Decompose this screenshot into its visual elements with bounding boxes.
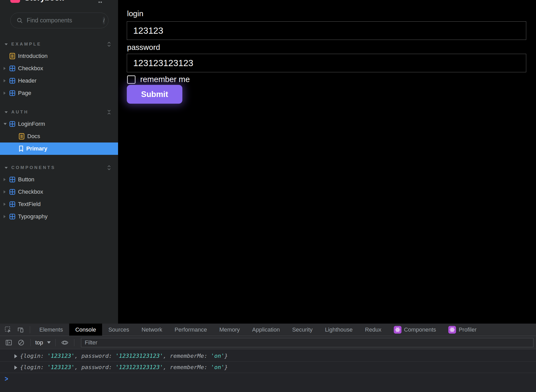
console-log-row[interactable]: {login: '123123', password: '12312312312… <box>0 350 536 362</box>
sidebar-item-primary-selected[interactable]: Primary <box>0 142 118 155</box>
component-icon <box>9 90 15 96</box>
collapse-all-icon[interactable] <box>107 109 111 115</box>
chevron-right-icon <box>4 190 6 193</box>
section-caret-icon <box>5 43 8 45</box>
sidebar-item-checkbox-example[interactable]: Checkbox <box>0 62 118 75</box>
log-object-preview: {login: '123123', password: '12312312312… <box>20 364 228 370</box>
context-selector[interactable]: top <box>34 339 52 346</box>
search-shortcut-badge: / <box>103 17 105 24</box>
tab-security[interactable]: Security <box>286 324 319 336</box>
remember-me-label: remember me <box>140 75 190 84</box>
expand-all-icon[interactable] <box>107 41 111 47</box>
expand-all-icon[interactable] <box>107 165 111 171</box>
console-prompt[interactable]: > <box>0 373 536 385</box>
tab-react-profiler[interactable]: Profiler <box>442 324 483 336</box>
storybook-logo-text: Storybook <box>24 0 64 3</box>
section-header-auth[interactable]: AUTH <box>0 106 118 118</box>
component-icon <box>9 78 15 84</box>
chevron-right-icon <box>4 67 6 70</box>
tab-redux[interactable]: Redux <box>359 324 388 336</box>
submit-button[interactable]: Submit <box>127 85 182 104</box>
search-input[interactable] <box>27 17 103 24</box>
tab-network[interactable]: Network <box>135 324 168 336</box>
console-log-row[interactable]: {login: '123123', password: '12312312312… <box>0 362 536 373</box>
console-filter-input[interactable] <box>81 338 533 347</box>
devtools-tabbar: Elements Console Sources Network Perform… <box>0 324 536 336</box>
chevron-right-icon <box>4 178 6 181</box>
component-icon <box>9 213 15 220</box>
component-icon <box>9 201 15 207</box>
tab-performance[interactable]: Performance <box>168 324 213 336</box>
expand-triangle-icon[interactable] <box>14 366 17 370</box>
sidebar-nav: EXAMPLE Introduction Checkbox <box>0 39 118 223</box>
password-input[interactable] <box>127 54 526 72</box>
react-icon <box>394 326 401 334</box>
divider <box>30 326 30 333</box>
sidebar-item-button[interactable]: Button <box>0 173 118 186</box>
tab-sources[interactable]: Sources <box>102 324 135 336</box>
login-input[interactable] <box>127 21 526 40</box>
component-icon <box>9 121 15 127</box>
log-object-preview: {login: '123123', password: '12312312312… <box>20 353 228 359</box>
bookmark-icon <box>19 145 24 152</box>
remember-me-row: remember me <box>127 75 190 84</box>
component-icon <box>9 65 15 72</box>
component-icon <box>9 176 15 183</box>
live-expression-eye-icon[interactable] <box>59 336 71 349</box>
divider <box>74 339 74 346</box>
chevron-right-icon <box>4 79 6 82</box>
find-components-search[interactable]: / <box>10 13 109 28</box>
sidebar-item-loginform[interactable]: LoginForm <box>0 118 118 130</box>
storybook-sidebar: Storybook / EXAMPLE Introducti <box>0 0 118 324</box>
inspect-element-icon[interactable] <box>2 324 14 336</box>
clear-console-icon[interactable] <box>15 336 27 349</box>
tab-memory[interactable]: Memory <box>213 324 246 336</box>
chevron-right-icon <box>4 203 6 206</box>
doc-icon <box>19 133 25 140</box>
sidebar-item-introduction[interactable]: Introduction <box>0 50 118 62</box>
prompt-chevron-icon: > <box>5 375 8 383</box>
sidebar-item-docs[interactable]: Docs <box>0 130 118 142</box>
login-label: login <box>127 9 143 18</box>
console-toolbar: top <box>0 336 536 349</box>
password-label: password <box>127 43 160 52</box>
storybook-logo-icon <box>10 0 20 3</box>
component-icon <box>9 189 15 195</box>
divider <box>30 339 31 346</box>
tab-application[interactable]: Application <box>246 324 286 336</box>
doc-icon <box>9 53 15 59</box>
section-caret-icon <box>5 111 8 113</box>
tab-elements[interactable]: Elements <box>33 324 69 336</box>
divider <box>55 339 56 346</box>
sidebar-item-textfield[interactable]: TextField <box>0 198 118 210</box>
sidebar-item-typography[interactable]: Typography <box>0 210 118 223</box>
console-messages: {login: '123123', password: '12312312312… <box>0 349 536 385</box>
sidebar-item-checkbox-components[interactable]: Checkbox <box>0 186 118 198</box>
sidebar-item-header[interactable]: Header <box>0 75 118 87</box>
react-icon <box>448 326 456 334</box>
search-icon <box>17 17 23 24</box>
section-caret-icon <box>5 167 8 169</box>
chevron-down-icon <box>47 341 51 344</box>
device-toolbar-icon[interactable] <box>14 324 27 336</box>
chevron-right-icon <box>4 92 6 95</box>
chevron-down-icon <box>4 123 7 125</box>
storybook-logo-clipped: Storybook <box>0 0 118 3</box>
story-preview-canvas: login password remember me Submit <box>118 0 536 324</box>
sidebar-item-page[interactable]: Page <box>0 87 118 99</box>
sidebar-menu-icon-fragment <box>99 0 103 1</box>
console-sidebar-toggle-icon[interactable] <box>3 336 15 349</box>
remember-me-checkbox[interactable] <box>127 75 136 84</box>
devtools-panel: Elements Console Sources Network Perform… <box>0 324 536 392</box>
tab-react-components[interactable]: Components <box>388 324 442 336</box>
section-header-example[interactable]: EXAMPLE <box>0 39 118 50</box>
tab-console[interactable]: Console <box>69 324 102 336</box>
chevron-right-icon <box>4 215 6 218</box>
tab-lighthouse[interactable]: Lighthouse <box>319 324 359 336</box>
section-header-components[interactable]: COMPONENTS <box>0 162 118 173</box>
expand-triangle-icon[interactable] <box>14 354 17 358</box>
